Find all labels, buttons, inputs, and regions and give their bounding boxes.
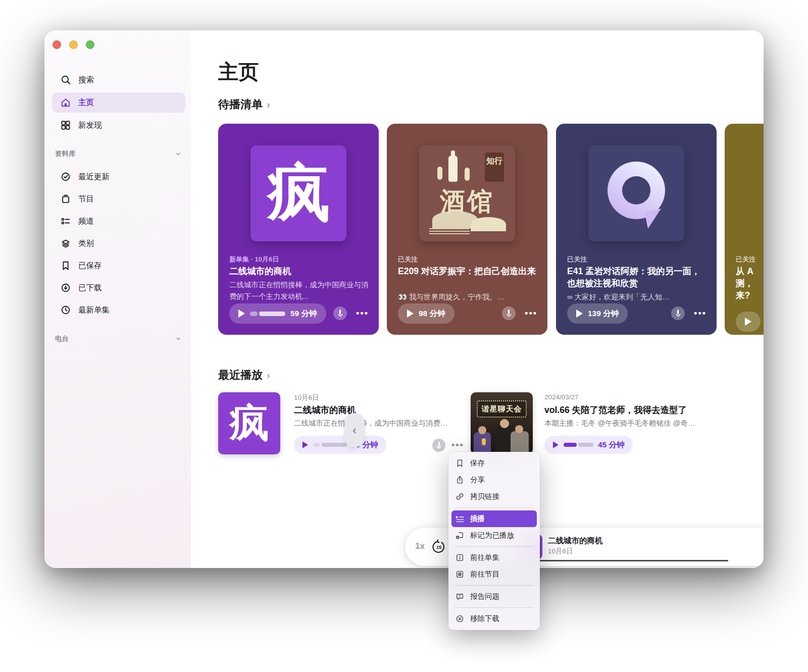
menu-item-go-to-episode[interactable]: 前往单集 xyxy=(451,549,537,566)
chevron-down-icon xyxy=(174,335,182,343)
up-next-card-1[interactable]: 疯 新单集 · 10月6日 二线城市的商机 二线城市正在悄悄接棒，成为中国商业与… xyxy=(218,124,379,335)
episode-badge: 新单集 · 10月6日 xyxy=(229,255,279,264)
screen: 搜索 主页 新发现 资料库 xyxy=(0,0,808,672)
link-icon xyxy=(456,492,464,501)
sidebar-item-label: 最近更新 xyxy=(78,172,110,182)
progress-bar xyxy=(564,443,593,447)
sidebar-section-library[interactable]: 资料库 xyxy=(55,149,182,159)
menu-item-play-next[interactable]: 插播 xyxy=(451,510,537,527)
menu-item-label: 标记为已播放 xyxy=(470,531,514,540)
download-icon[interactable] xyxy=(671,306,685,320)
menu-item-label: 前往节目 xyxy=(470,570,499,579)
sidebar-item-recently-updated[interactable]: 最近更新 xyxy=(52,167,185,187)
menu-item-remove-download[interactable]: 移除下载 xyxy=(451,610,537,627)
sidebar-item-search[interactable]: 搜索 xyxy=(52,70,185,90)
sidebar-item-label: 最新单集 xyxy=(78,305,110,316)
recent-item-2[interactable]: 谐星聊天会 2024/03/27 vol.66 失陪了范老师，我得去造型了 本期… xyxy=(471,392,708,458)
episode-description: 👀 我与世界周旋久，宁作我。… xyxy=(398,291,538,303)
menu-item-mark-played[interactable]: 标记为已播放 xyxy=(451,527,537,544)
play-button[interactable]: 139 分钟 xyxy=(567,303,628,324)
bookmark-icon xyxy=(456,459,464,468)
up-next-card-2[interactable]: 知行 酒馆 已关注 E209 对话罗振宇：把自己创造出来 👀 我与世界周旋久，宁… xyxy=(387,124,547,335)
sidebar-item-label: 节目 xyxy=(78,194,94,204)
traffic-lights xyxy=(53,40,94,49)
remove-circle-icon xyxy=(456,614,464,623)
menu-item-share[interactable]: 分享 xyxy=(451,472,537,488)
check-circle-icon xyxy=(60,171,71,182)
episode-description: ∞ 大家好，欢迎来到「无人知… xyxy=(567,291,708,303)
recently-played-header[interactable]: 最近播放 › xyxy=(218,368,270,383)
minimize-button[interactable] xyxy=(69,40,78,49)
section-title: 最近播放 xyxy=(218,368,263,383)
play-button[interactable]: 59 分钟 xyxy=(229,303,326,324)
zoom-button[interactable] xyxy=(86,40,94,49)
episode-artwork xyxy=(588,145,684,241)
download-icon[interactable] xyxy=(432,439,445,452)
mark-played-icon xyxy=(456,531,464,540)
download-icon[interactable] xyxy=(502,306,516,320)
sidebar: 搜索 主页 新发现 资料库 xyxy=(44,30,191,568)
more-options-icon[interactable]: ••• xyxy=(694,308,706,319)
home-icon xyxy=(60,97,71,108)
sidebar-item-label: 已保存 xyxy=(78,261,102,271)
menu-item-label: 移除下载 xyxy=(470,614,499,624)
duration-label: 59 分钟 xyxy=(290,308,317,319)
artwork-seal: 知行 xyxy=(485,152,504,182)
play-button[interactable]: 45 分钟 xyxy=(544,436,633,454)
sidebar-item-label: 类别 xyxy=(78,238,94,249)
more-options-icon[interactable]: ••• xyxy=(451,440,464,450)
episode-description: 二线城市正在悄悄接棒，成为中国商业与消费的下一个主力发动机... xyxy=(229,279,370,302)
sidebar-item-downloaded[interactable]: 已下载 xyxy=(52,278,185,298)
section-label: 电台 xyxy=(55,334,69,343)
up-next-header[interactable]: 待播清单 › xyxy=(218,97,270,112)
play-icon xyxy=(576,309,583,318)
grid-icon xyxy=(60,120,71,131)
episode-description: 二线城市正在悄悄接棒，成为中国商业与消费… xyxy=(294,419,472,428)
scrub-bar[interactable] xyxy=(520,560,728,561)
menu-item-go-to-show[interactable]: 前往节目 xyxy=(451,566,537,583)
episode-title: 二线城市的商机 xyxy=(294,404,472,416)
progress-bar xyxy=(313,443,347,447)
sidebar-item-discover[interactable]: 新发现 xyxy=(52,115,185,135)
sidebar-section-stations[interactable]: 电台 xyxy=(55,334,182,343)
skip-back-15-button[interactable]: 15 xyxy=(431,539,446,554)
play-next-icon xyxy=(456,514,464,523)
more-options-icon[interactable]: ••• xyxy=(356,308,369,319)
play-icon xyxy=(407,309,414,318)
up-next-card-3[interactable]: 已关注 E41 孟岩对话阿娇：我的另一面，也想被注视和欣赏 ∞ 大家好，欢迎来到… xyxy=(556,124,717,335)
sidebar-item-shows[interactable]: 节目 xyxy=(52,189,185,209)
info-square-icon xyxy=(456,553,464,562)
menu-item-copy-link[interactable]: 拷贝链接 xyxy=(451,488,537,505)
menu-item-label: 插播 xyxy=(470,514,485,524)
context-menu: 保存 分享 拷贝链接 插播 标记为已播放 xyxy=(448,452,540,630)
play-button[interactable]: 59 分钟 xyxy=(294,436,386,454)
sidebar-item-categories[interactable]: 类别 xyxy=(52,233,185,253)
duration-label: 139 分钟 xyxy=(588,308,619,319)
artwork-glyph: 疯 xyxy=(267,151,330,236)
artwork-mic xyxy=(482,438,486,445)
recent-item-1[interactable]: 疯 10月6日 二线城市的商机 二线城市正在悄悄接棒，成为中国商业与消费… 59… xyxy=(218,392,456,458)
sidebar-item-home[interactable]: 主页 xyxy=(52,92,185,113)
episode-title: E209 对话罗振宇：把自己创造出来 xyxy=(398,265,537,277)
duration-label: 98 分钟 xyxy=(419,308,445,319)
play-button[interactable]: 98 分钟 xyxy=(398,303,454,324)
share-icon xyxy=(456,476,464,484)
menu-separator xyxy=(454,607,534,608)
play-icon xyxy=(553,441,559,448)
sidebar-item-latest-episodes[interactable]: 最新单集 xyxy=(52,300,185,320)
menu-item-save[interactable]: 保存 xyxy=(451,455,537,472)
episode-description: 本期主播：毛冬 @午夜骑手毛冬赖铭佳 @奇… xyxy=(544,419,722,428)
search-icon xyxy=(60,74,71,85)
playback-speed-button[interactable]: 1x xyxy=(415,541,425,551)
up-next-card-4[interactable]: 已关注 从 A 测，来? xyxy=(725,124,764,335)
sidebar-item-saved[interactable]: 已保存 xyxy=(52,255,185,276)
play-icon xyxy=(238,309,245,318)
more-options-icon[interactable]: ••• xyxy=(525,308,537,319)
play-button[interactable] xyxy=(736,312,761,332)
previous-page-button[interactable]: ‹ xyxy=(344,413,365,447)
episode-artwork: 知行 酒馆 xyxy=(419,145,515,241)
close-button[interactable] xyxy=(53,40,61,49)
menu-item-report[interactable]: 报告问题 xyxy=(451,588,537,605)
download-icon[interactable] xyxy=(333,306,347,320)
sidebar-item-channels[interactable]: 频道 xyxy=(52,211,185,231)
